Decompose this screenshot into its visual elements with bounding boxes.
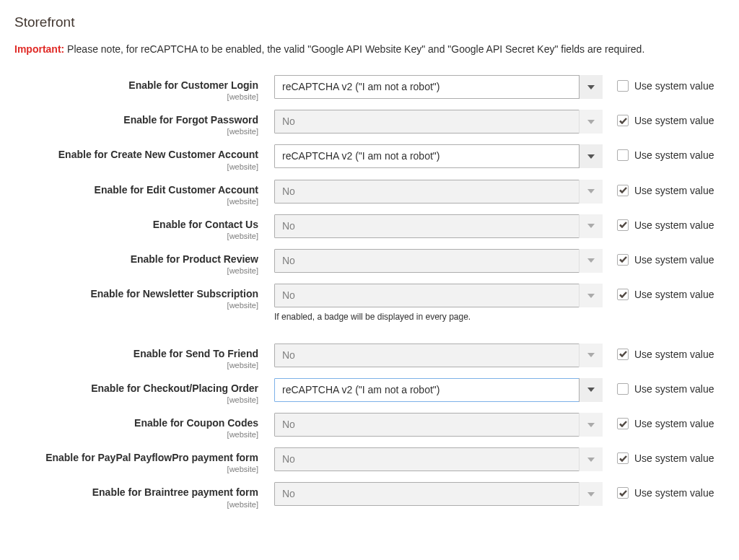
- field-label: Enable for Newsletter Subscription: [90, 288, 258, 299]
- field-row-edit-account: Enable for Edit Customer Account [websit…: [14, 180, 725, 206]
- field-row-forgot-password: Enable for Forgot Password [website] No …: [14, 110, 725, 136]
- use-system-checkbox-customer-login[interactable]: [617, 80, 629, 92]
- field-scope: [website]: [14, 266, 258, 275]
- use-system-label[interactable]: Use system value: [634, 418, 714, 429]
- notice-text: Please note, for reCAPTCHA to be enabled…: [67, 43, 644, 55]
- use-system-label[interactable]: Use system value: [634, 219, 714, 231]
- field-control: reCAPTCHA v2 ("I am not a robot"): [274, 378, 603, 402]
- field-label: Enable for Edit Customer Account: [95, 184, 258, 196]
- use-system-checkbox-paypal[interactable]: [617, 452, 629, 464]
- field-row-paypal: Enable for PayPal PayflowPro payment for…: [14, 447, 725, 473]
- use-system-checkbox-coupon[interactable]: [617, 418, 629, 429]
- field-scope: [website]: [14, 361, 258, 369]
- field-scope: [website]: [14, 92, 258, 101]
- field-row-checkout: Enable for Checkout/Placing Order [websi…: [14, 378, 725, 404]
- use-system-checkbox-contact-us[interactable]: [617, 219, 629, 231]
- use-system-checkbox-send-friend[interactable]: [617, 349, 629, 360]
- field-row-newsletter: Enable for Newsletter Subscription [webs…: [14, 284, 725, 323]
- field-control: No: [274, 482, 603, 506]
- field-scope: [website]: [14, 430, 258, 439]
- field-control: reCAPTCHA v2 ("I am not a robot"): [274, 144, 603, 168]
- use-system-label[interactable]: Use system value: [634, 149, 714, 161]
- field-label-wrap: Enable for Edit Customer Account [websit…: [14, 180, 274, 206]
- select-wrap: No: [274, 249, 603, 273]
- field-control: No: [274, 344, 603, 367]
- notice-important-label: Important:: [14, 43, 64, 55]
- field-label: Enable for Coupon Codes: [134, 417, 258, 429]
- field-label-wrap: Enable for Send To Friend [website]: [14, 344, 274, 369]
- field-control: No: [274, 249, 603, 273]
- field-label-wrap: Enable for Forgot Password [website]: [14, 110, 274, 136]
- field-label-wrap: Enable for Checkout/Placing Order [websi…: [14, 378, 274, 404]
- select-wrap: No: [274, 110, 603, 134]
- field-scope: [website]: [14, 232, 258, 240]
- use-system-label[interactable]: Use system value: [634, 80, 714, 92]
- field-scope: [website]: [14, 500, 258, 509]
- field-control: No: [274, 413, 603, 437]
- select-wrap: No: [274, 214, 603, 238]
- field-label-wrap: Enable for PayPal PayflowPro payment for…: [14, 447, 274, 473]
- field-label: Enable for Customer Login: [128, 79, 258, 91]
- use-system-label[interactable]: Use system value: [634, 487, 714, 499]
- select-product-review: No: [274, 249, 603, 273]
- select-create-account[interactable]: reCAPTCHA v2 ("I am not a robot"): [274, 144, 603, 168]
- notice: Important: Please note, for reCAPTCHA to…: [14, 43, 725, 55]
- select-customer-login[interactable]: reCAPTCHA v2 ("I am not a robot"): [274, 75, 603, 99]
- use-system-label[interactable]: Use system value: [634, 349, 714, 360]
- select-forgot-password: No: [274, 110, 603, 134]
- field-control: No If enabled, a badge will be displayed…: [274, 284, 603, 323]
- field-control: No: [274, 447, 603, 471]
- field-row-send-friend: Enable for Send To Friend [website] No U…: [14, 344, 725, 369]
- field-row-product-review: Enable for Product Review [website] No U…: [14, 249, 725, 275]
- use-system-label[interactable]: Use system value: [634, 185, 714, 196]
- field-label: Enable for Create New Customer Account: [58, 149, 258, 160]
- field-row-braintree: Enable for Braintree payment form [websi…: [14, 482, 725, 508]
- select-wrap: No: [274, 284, 603, 307]
- use-system-checkbox-newsletter[interactable]: [617, 289, 629, 300]
- use-system-label[interactable]: Use system value: [634, 289, 714, 300]
- field-label: Enable for Braintree payment form: [92, 486, 258, 498]
- field-note: If enabled, a badge will be displayed in…: [274, 312, 603, 323]
- field-label: Enable for Checkout/Placing Order: [91, 382, 258, 394]
- select-contact-us: No: [274, 214, 603, 238]
- select-wrap: reCAPTCHA v2 ("I am not a robot"): [274, 75, 603, 99]
- use-system-checkbox-braintree[interactable]: [617, 487, 629, 499]
- select-newsletter: No: [274, 284, 603, 307]
- field-control: reCAPTCHA v2 ("I am not a robot"): [274, 75, 603, 99]
- field-label-wrap: Enable for Customer Login [website]: [14, 75, 274, 101]
- select-send-friend: No: [274, 344, 603, 367]
- field-label: Enable for Forgot Password: [123, 114, 258, 126]
- field-label: Enable for Send To Friend: [134, 348, 258, 359]
- select-paypal: No: [274, 447, 603, 471]
- use-system-checkbox-checkout[interactable]: [617, 383, 629, 395]
- field-label-wrap: Enable for Braintree payment form [websi…: [14, 482, 274, 508]
- field-scope: [website]: [14, 197, 258, 206]
- select-coupon: No: [274, 413, 603, 437]
- use-system-label[interactable]: Use system value: [634, 452, 714, 464]
- select-checkout[interactable]: reCAPTCHA v2 ("I am not a robot"): [274, 378, 603, 402]
- select-wrap: reCAPTCHA v2 ("I am not a robot"): [274, 144, 603, 168]
- field-label-wrap: Enable for Newsletter Subscription [webs…: [14, 284, 274, 310]
- field-scope: [website]: [14, 162, 258, 171]
- select-wrap: No: [274, 482, 603, 506]
- use-system-label[interactable]: Use system value: [634, 383, 714, 395]
- select-wrap: No: [274, 413, 603, 437]
- field-control: No: [274, 110, 603, 134]
- use-system-checkbox-edit-account[interactable]: [617, 185, 629, 196]
- use-system-checkbox-create-account[interactable]: [617, 149, 629, 161]
- field-control: No: [274, 180, 603, 204]
- field-label-wrap: Enable for Coupon Codes [website]: [14, 413, 274, 439]
- field-label: Enable for Contact Us: [153, 219, 258, 230]
- field-scope: [website]: [14, 465, 258, 473]
- use-system-label[interactable]: Use system value: [634, 115, 714, 126]
- field-label: Enable for Product Review: [131, 253, 258, 265]
- field-row-contact-us: Enable for Contact Us [website] No Use s…: [14, 214, 725, 240]
- select-wrap: No: [274, 180, 603, 204]
- use-system-checkbox-product-review[interactable]: [617, 254, 629, 266]
- use-system-checkbox-forgot-password[interactable]: [617, 115, 629, 126]
- field-label-wrap: Enable for Create New Customer Account […: [14, 144, 274, 170]
- field-scope: [website]: [14, 395, 258, 404]
- use-system-label[interactable]: Use system value: [634, 254, 714, 266]
- field-row-customer-login: Enable for Customer Login [website] reCA…: [14, 75, 725, 101]
- field-control: No: [274, 214, 603, 238]
